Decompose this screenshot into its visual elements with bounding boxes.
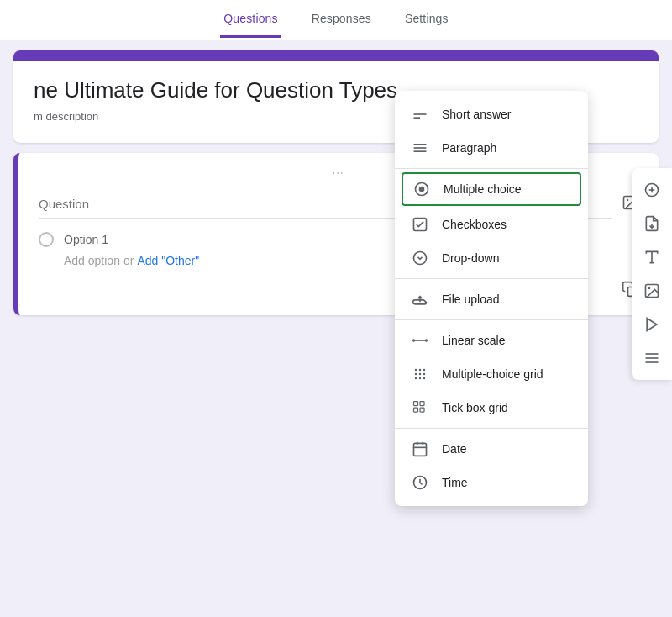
divider-4 [395,428,588,429]
menu-item-checkboxes[interactable]: Checkboxes [395,208,588,241]
radio-circle [39,232,54,247]
svg-rect-26 [414,408,418,412]
svg-point-40 [648,287,651,290]
checkboxes-icon [412,216,428,233]
option-1-label: Option 1 [64,233,108,246]
svg-point-22 [419,377,422,380]
menu-item-multiple-choice-grid-label: Multiple-choice grid [442,367,543,381]
svg-rect-27 [420,408,424,412]
menu-item-short-answer[interactable]: Short answer [395,98,588,131]
header: Questions Responses Settings [0,0,672,40]
svg-point-16 [419,369,422,372]
menu-item-tick-box-grid-label: Tick box grid [442,401,508,414]
tick-box-grid-icon [412,399,428,416]
form-card-accent-bar [13,50,659,61]
svg-point-17 [423,369,426,372]
short-answer-icon [412,106,428,123]
multiple-choice-grid-icon [412,366,428,382]
svg-rect-24 [414,402,418,406]
dropdown-icon [412,250,428,266]
add-title-button[interactable] [637,242,667,272]
add-section-button[interactable] [637,343,667,373]
paragraph-icon [412,140,428,156]
menu-item-dropdown[interactable]: Drop-down [395,241,588,275]
svg-rect-28 [414,443,427,456]
question-type-dropdown: Short answer Paragraph Multiple choice [395,91,588,506]
import-questions-button[interactable] [637,208,667,239]
multiple-choice-icon [413,181,430,198]
svg-rect-25 [420,402,424,406]
svg-point-1 [627,198,629,201]
svg-point-18 [415,373,417,376]
svg-point-19 [419,373,422,376]
svg-point-21 [415,377,417,380]
menu-item-multiple-choice-label: Multiple choice [444,182,522,196]
menu-item-linear-scale[interactable]: Linear scale [395,324,588,357]
svg-point-20 [423,373,426,376]
menu-item-paragraph-label: Paragraph [442,141,496,155]
svg-marker-41 [647,319,657,331]
menu-item-checkboxes-label: Checkboxes [442,218,507,231]
tab-settings[interactable]: Settings [402,2,452,38]
menu-item-file-upload[interactable]: File upload [395,282,588,316]
menu-item-short-answer-label: Short answer [442,108,511,121]
menu-item-tick-box-grid[interactable]: Tick box grid [395,391,588,425]
svg-point-14 [425,339,428,341]
menu-item-dropdown-label: Drop-down [442,251,499,265]
tab-questions[interactable]: Questions [220,2,281,38]
tab-responses[interactable]: Responses [308,2,375,38]
svg-point-9 [419,187,425,192]
menu-item-linear-scale-label: Linear scale [442,334,506,347]
add-option-text[interactable]: Add option [64,254,120,267]
menu-item-time[interactable]: Time [395,466,588,499]
add-video-button[interactable] [637,309,667,340]
divider-3 [395,319,588,320]
or-separator: or [123,254,134,267]
svg-point-11 [414,252,427,265]
svg-point-23 [423,377,426,380]
menu-item-date-label: Date [442,442,467,456]
date-icon [412,440,428,457]
svg-point-15 [415,369,417,372]
add-other-link[interactable]: Add "Other" [137,254,199,267]
divider-2 [395,278,588,279]
time-icon [412,474,428,491]
svg-point-13 [412,339,415,341]
menu-item-file-upload-label: File upload [442,293,500,306]
divider-1 [395,168,588,169]
menu-item-multiple-choice[interactable]: Multiple choice [402,172,581,206]
file-upload-icon [412,291,428,308]
right-toolbar [632,168,672,380]
linear-scale-icon [412,332,428,349]
add-image-button[interactable] [637,276,667,306]
menu-item-paragraph[interactable]: Paragraph [395,131,588,165]
menu-item-time-label: Time [442,476,468,489]
add-question-button[interactable] [637,175,667,205]
menu-item-multiple-choice-grid[interactable]: Multiple-choice grid [395,357,588,391]
menu-item-date[interactable]: Date [395,432,588,466]
